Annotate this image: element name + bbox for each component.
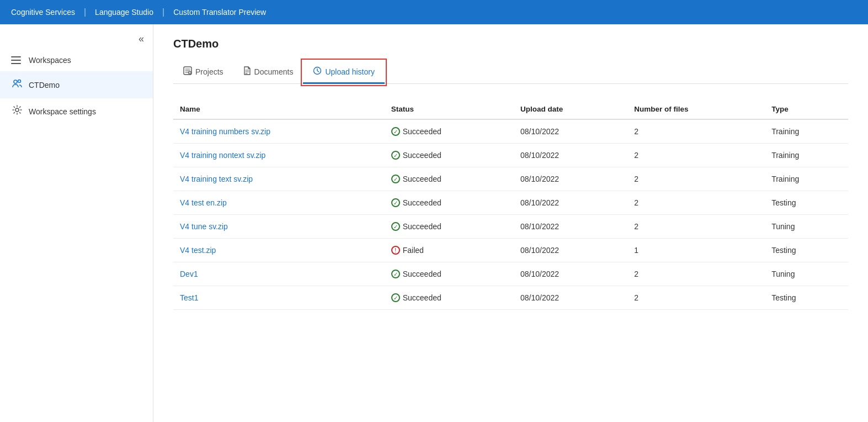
row-name-link[interactable]: V4 test en.zip (180, 198, 227, 207)
row-type: Training (765, 167, 848, 191)
table-row: V4 training nontext sv.zip✓Succeeded08/1… (173, 144, 848, 167)
row-upload-date: 08/10/2022 (514, 286, 627, 310)
gear-icon (11, 105, 23, 118)
col-header-name: Name (173, 99, 385, 119)
topbar-language-studio[interactable]: Language Studio (87, 8, 161, 17)
sidebar-item-ctdemo[interactable]: CTDemo (0, 71, 153, 98)
row-name-link[interactable]: Test1 (180, 293, 198, 302)
page-title: CTDemo (173, 38, 848, 50)
status-succeeded: ✓Succeeded (391, 127, 507, 136)
layout: « Workspaces CTDemo (0, 24, 868, 422)
tab-projects[interactable]: Projects (173, 61, 233, 84)
status-succeeded: ✓Succeeded (391, 270, 507, 278)
check-icon: ✓ (391, 222, 400, 231)
row-name-link[interactable]: V4 test.zip (180, 246, 216, 255)
status-label: Succeeded (403, 198, 441, 207)
status-label: Succeeded (403, 270, 441, 278)
row-num-files: 2 (627, 119, 765, 144)
topbar-sep-2: | (161, 7, 166, 17)
status-label: Failed (403, 246, 424, 255)
table-row: Test1✓Succeeded08/10/20222Testing (173, 286, 848, 310)
topbar-sep-1: | (83, 7, 87, 17)
row-type: Training (765, 144, 848, 167)
tab-upload-history[interactable]: Upload history (303, 61, 385, 84)
table-row: Dev1✓Succeeded08/10/20222Tuning (173, 262, 848, 286)
status-label: Succeeded (403, 293, 441, 302)
topbar: Cognitive Services | Language Studio | C… (0, 0, 868, 24)
row-num-files: 2 (627, 167, 765, 191)
row-name-link[interactable]: V4 training numbers sv.zip (180, 127, 270, 136)
sidebar-item-workspaces[interactable]: Workspaces (0, 49, 153, 71)
svg-point-1 (18, 80, 21, 83)
row-name-link[interactable]: V4 training text sv.zip (180, 175, 253, 183)
col-header-upload-date: Upload date (514, 99, 627, 119)
tab-upload-history-label: Upload history (325, 67, 375, 76)
row-upload-date: 08/10/2022 (514, 262, 627, 286)
status-failed: !Failed (391, 246, 507, 255)
upload-history-icon (313, 66, 322, 77)
upload-history-table: Name Status Upload date Number of files … (173, 99, 848, 310)
svg-point-2 (15, 108, 19, 112)
row-type: Testing (765, 191, 848, 215)
row-type: Tuning (765, 262, 848, 286)
row-upload-date: 08/10/2022 (514, 191, 627, 215)
topbar-custom-translator[interactable]: Custom Translator Preview (166, 8, 274, 17)
row-num-files: 2 (627, 144, 765, 167)
main-content: CTDemo Projects (153, 24, 868, 422)
check-icon: ✓ (391, 175, 400, 183)
row-name-link[interactable]: Dev1 (180, 270, 198, 278)
table-row: V4 test.zip!Failed08/10/20221Testing (173, 239, 848, 262)
svg-point-0 (14, 80, 17, 83)
documents-icon (243, 66, 251, 77)
row-type: Tuning (765, 215, 848, 239)
col-header-type: Type (765, 99, 848, 119)
table-row: V4 training text sv.zip✓Succeeded08/10/2… (173, 167, 848, 191)
check-icon: ✓ (391, 151, 400, 160)
tab-documents[interactable]: Documents (233, 61, 303, 84)
fail-icon: ! (391, 246, 400, 255)
table-row: V4 training numbers sv.zip✓Succeeded08/1… (173, 119, 848, 144)
sidebar: « Workspaces CTDemo (0, 24, 153, 422)
row-num-files: 2 (627, 215, 765, 239)
status-succeeded: ✓Succeeded (391, 222, 507, 231)
table-row: V4 tune sv.zip✓Succeeded08/10/20222Tunin… (173, 215, 848, 239)
row-type: Training (765, 119, 848, 144)
row-name-link[interactable]: V4 tune sv.zip (180, 222, 228, 231)
table-row: V4 test en.zip✓Succeeded08/10/20222Testi… (173, 191, 848, 215)
col-header-status: Status (385, 99, 514, 119)
sidebar-item-workspace-settings[interactable]: Workspace settings (0, 98, 153, 124)
status-label: Succeeded (403, 222, 441, 231)
status-succeeded: ✓Succeeded (391, 175, 507, 183)
sidebar-item-ctdemo-label: CTDemo (29, 81, 60, 89)
row-upload-date: 08/10/2022 (514, 144, 627, 167)
status-succeeded: ✓Succeeded (391, 198, 507, 207)
tab-projects-label: Projects (195, 67, 223, 76)
row-type: Testing (765, 239, 848, 262)
check-icon: ✓ (391, 293, 400, 302)
status-succeeded: ✓Succeeded (391, 293, 507, 302)
check-icon: ✓ (391, 270, 400, 278)
sidebar-item-workspaces-label: Workspaces (29, 56, 71, 65)
row-num-files: 2 (627, 286, 765, 310)
sidebar-item-workspace-settings-label: Workspace settings (29, 107, 96, 116)
sidebar-collapse-button[interactable]: « (0, 29, 153, 49)
row-upload-date: 08/10/2022 (514, 239, 627, 262)
row-type: Testing (765, 286, 848, 310)
row-name-link[interactable]: V4 training nontext sv.zip (180, 151, 265, 160)
tabs-bar: Projects Documents (173, 60, 848, 84)
hamburger-icon (11, 56, 23, 64)
row-upload-date: 08/10/2022 (514, 215, 627, 239)
check-icon: ✓ (391, 127, 400, 136)
check-icon: ✓ (391, 198, 400, 207)
people-icon (11, 78, 23, 92)
status-succeeded: ✓Succeeded (391, 151, 507, 160)
status-label: Succeeded (403, 151, 441, 160)
projects-icon (183, 66, 192, 77)
row-num-files: 1 (627, 239, 765, 262)
col-header-num-files: Number of files (627, 99, 765, 119)
row-num-files: 2 (627, 191, 765, 215)
status-label: Succeeded (403, 175, 441, 183)
row-upload-date: 08/10/2022 (514, 167, 627, 191)
topbar-cognitive-services[interactable]: Cognitive Services (11, 8, 83, 17)
status-label: Succeeded (403, 127, 441, 136)
